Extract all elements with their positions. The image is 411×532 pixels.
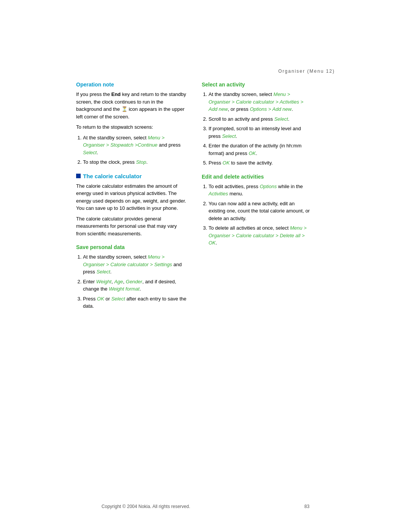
footer: Copyright © 2004 Nokia. All rights reser… (0, 504, 411, 509)
save-weight-format: Weight format (109, 286, 140, 292)
operation-note-section: Operation note If you press the End key … (76, 81, 186, 166)
save-step-3: Press OK or Select after each entry to s… (83, 295, 186, 310)
operation-step-1: At the standby screen, select Menu > Org… (83, 134, 186, 157)
right-column: Select an activity At the standby screen… (202, 81, 312, 317)
select-step-1: At the standby screen, select Menu > Org… (209, 91, 312, 113)
footer-page-number: 83 (304, 504, 309, 509)
save-personal-data-section: Save personal data At the standby screen… (76, 244, 186, 310)
edit-delete-section: Edit and delete activities To edit activ… (202, 174, 312, 247)
save-gender: Gender (126, 279, 142, 284)
edit-step1-activities: Activities (209, 191, 228, 197)
select-step-3: If prompted, scroll to an intensity leve… (209, 125, 312, 140)
page-header: Organiser (Menu 12) (0, 0, 411, 78)
blue-square-icon (76, 174, 81, 178)
edit-delete-title: Edit and delete activities (202, 174, 312, 180)
select-step4-ok: OK (249, 150, 256, 156)
save-step-2: Enter Weight, Age, Gender, and if desire… (83, 278, 186, 293)
save-age: Age (114, 279, 123, 284)
save-ok: OK (97, 296, 104, 302)
select-activity-steps: At the standby screen, select Menu > Org… (202, 91, 312, 167)
end-key-bold: End (112, 91, 121, 97)
operation-note-title: Operation note (76, 81, 186, 88)
save-personal-data-steps: At the standby screen, select Menu > Org… (76, 253, 186, 310)
calorie-calculator-title-text: The calorie calculator (83, 173, 142, 179)
select-step3-select: Select (222, 133, 236, 139)
calorie-para2: The calorie calculator provides general … (76, 215, 186, 238)
save-step1-link: Menu > Organiser > Calorie calculator > … (83, 254, 172, 267)
save-step-1: At the standby screen, select Menu > Org… (83, 253, 186, 276)
save-personal-data-title: Save personal data (76, 244, 186, 250)
op-step1-link: Menu > Organiser > Stopwatch >Continue (83, 135, 164, 148)
select-step1-options: Options > Add new (250, 106, 292, 112)
select-step-5: Press OK to save the activity. (209, 159, 312, 167)
save-select: Select (111, 296, 125, 302)
edit-step-3: To delete all activities at once, select… (209, 224, 312, 247)
operation-note-steps: At the standby screen, select Menu > Org… (76, 134, 186, 166)
operation-step-2: To stop the clock, press Stop. (83, 158, 186, 166)
edit-step1-options: Options (260, 184, 277, 189)
select-step-4: Enter the duration of the activity (in h… (209, 142, 312, 157)
save-weight: Weight (96, 279, 112, 284)
operation-note-para2: To return to the stopwatch screens: (76, 123, 186, 131)
select-step5-ok: OK (223, 160, 230, 166)
select-step-2: Scroll to an activity and press Select. (209, 115, 312, 123)
page-container: Organiser (Menu 12) Operation note If yo… (0, 0, 411, 532)
edit-step-2: You can now add a new activity, edit an … (209, 200, 312, 222)
save-step1-select: Select (96, 269, 110, 275)
calorie-calculator-title: The calorie calculator (76, 173, 186, 179)
edit-step-1: To edit activities, press Options while … (209, 183, 312, 198)
operation-note-para1: If you press the End key and return to t… (76, 91, 186, 120)
left-column: Operation note If you press the End key … (76, 81, 186, 317)
op-step1-select: Select (83, 150, 97, 155)
select-activity-title: Select an activity (202, 81, 312, 88)
calorie-para1: The calorie calculator estimates the amo… (76, 182, 186, 212)
op-step2-stop: Stop (136, 159, 146, 165)
stopwatch-icon: ⏳ (121, 105, 127, 113)
select-step2-select: Select (274, 116, 288, 122)
calorie-calculator-section: The calorie calculator The calorie calcu… (76, 173, 186, 238)
content-area: Operation note If you press the End key … (0, 78, 411, 340)
edit-step3-link: Menu > Organiser > Calorie calculator > … (209, 225, 307, 246)
header-text: Organiser (Menu 12) (278, 69, 335, 74)
edit-delete-steps: To edit activities, press Options while … (202, 183, 312, 247)
footer-copyright: Copyright © 2004 Nokia. All rights reser… (102, 504, 190, 509)
select-activity-section: Select an activity At the standby screen… (202, 81, 312, 167)
